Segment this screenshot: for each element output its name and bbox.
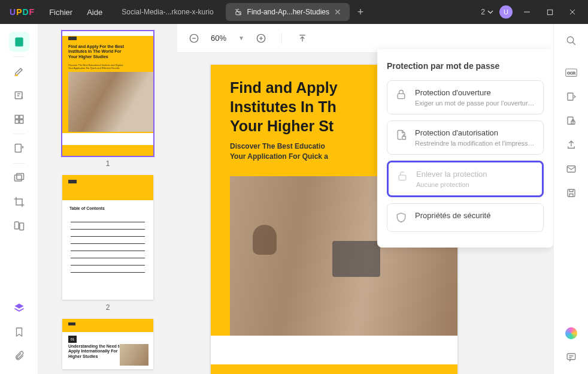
main-toolbar: 60% ▼ bbox=[177, 24, 553, 53]
zoom-value[interactable]: 60% bbox=[211, 34, 229, 43]
svg-rect-8 bbox=[19, 115, 23, 119]
page-subtitle: Discover The Best Educatio Your Applicat… bbox=[230, 141, 328, 162]
thumbnail-page-1[interactable]: Find and Apply For the Best Institutes I… bbox=[62, 31, 153, 156]
text-edit-icon[interactable] bbox=[9, 85, 29, 105]
window-minimize-icon[interactable] bbox=[519, 4, 535, 20]
popup-item-security-properties[interactable]: Propriétés de sécurité bbox=[387, 203, 544, 232]
reader-mode-icon[interactable] bbox=[9, 32, 29, 52]
svg-rect-15 bbox=[19, 223, 23, 230]
thumb-title: Find and Apply For the Best Institutes I… bbox=[68, 44, 128, 59]
email-icon[interactable] bbox=[561, 159, 581, 179]
thumb-num: 2 bbox=[56, 303, 159, 312]
password-protection-popup: Protection par mot de passe Protection d… bbox=[377, 49, 553, 248]
right-rail: OCR bbox=[553, 24, 588, 374]
bookmark-icon[interactable] bbox=[9, 322, 29, 342]
thumbnail-page-3[interactable]: 01 Understanding the Need to Apply Inter… bbox=[62, 319, 153, 369]
svg-rect-20 bbox=[399, 175, 406, 180]
popup-item-label: Protection d'ouverture bbox=[415, 88, 536, 97]
left-rail bbox=[0, 24, 38, 374]
svg-rect-24 bbox=[568, 93, 573, 100]
svg-rect-10 bbox=[19, 120, 23, 123]
tab-bar: Social-Media-...rkone-x-kurio Find-and-A… bbox=[113, 3, 481, 21]
compare-icon[interactable] bbox=[9, 216, 29, 236]
unlock-icon bbox=[396, 170, 409, 183]
popup-item-label: Propriétés de sécurité bbox=[415, 211, 536, 220]
share-icon[interactable] bbox=[561, 135, 581, 155]
zoom-in-icon[interactable] bbox=[254, 31, 268, 46]
svg-rect-18 bbox=[398, 94, 405, 98]
jump-to-top-icon[interactable] bbox=[295, 31, 310, 46]
crop-icon[interactable] bbox=[9, 192, 29, 212]
organize-icon[interactable] bbox=[9, 138, 29, 159]
window-maximize-icon[interactable] bbox=[541, 4, 558, 20]
lock-slash-icon bbox=[234, 8, 243, 16]
thumb-subtitle: Discover The Best Educational Institute … bbox=[68, 64, 128, 70]
tab-label: Social-Media-...rkone-x-kurio bbox=[122, 8, 213, 16]
popup-item-label: Enlever la protection bbox=[416, 170, 535, 179]
popup-item-remove-protection[interactable]: Enlever la protection Aucune protection bbox=[387, 161, 544, 197]
convert-icon[interactable] bbox=[561, 87, 581, 107]
svg-rect-29 bbox=[567, 354, 575, 360]
tab-active[interactable]: Find-and-Ap...her-Studies ✕ bbox=[226, 3, 350, 21]
comment-icon[interactable] bbox=[561, 347, 581, 367]
highlighter-icon[interactable] bbox=[9, 61, 29, 82]
menu-file[interactable]: Fichier bbox=[49, 8, 72, 17]
tab-close-icon[interactable]: ✕ bbox=[334, 7, 341, 17]
svg-rect-28 bbox=[568, 189, 575, 197]
thumb-num: 1 bbox=[56, 159, 159, 168]
save-icon[interactable] bbox=[561, 183, 581, 203]
redact-icon[interactable] bbox=[9, 168, 29, 188]
document-lock-icon bbox=[395, 128, 408, 141]
search-icon[interactable] bbox=[561, 31, 581, 51]
svg-rect-4 bbox=[16, 41, 21, 43]
svg-point-21 bbox=[567, 37, 574, 43]
shield-icon bbox=[395, 211, 408, 224]
tab-label: Find-and-Ap...her-Studies bbox=[247, 8, 329, 16]
attachment-icon[interactable] bbox=[9, 346, 29, 366]
new-tab-button[interactable]: + bbox=[353, 5, 368, 19]
svg-rect-7 bbox=[15, 115, 19, 119]
thumb-title: Understanding the Need to Apply Internat… bbox=[68, 344, 126, 359]
chevron-down-icon[interactable]: ▼ bbox=[238, 35, 244, 41]
svg-rect-14 bbox=[14, 222, 19, 229]
svg-rect-13 bbox=[16, 174, 23, 180]
svg-rect-11 bbox=[15, 144, 21, 152]
popup-item-open-protection[interactable]: Protection d'ouverture Exiger un mot de … bbox=[387, 80, 544, 114]
main-view: 60% ▼ Find and Apply Institutes In Th Yo… bbox=[177, 24, 553, 374]
popup-item-permission-protection[interactable]: Protection d'autorisation Restreindre la… bbox=[387, 120, 544, 155]
app-logo: UPDF bbox=[10, 7, 35, 17]
popup-item-desc: Aucune protection bbox=[416, 181, 535, 188]
menu-help[interactable]: Aide bbox=[87, 8, 102, 17]
tab-count[interactable]: 2 bbox=[481, 8, 493, 16]
svg-rect-3 bbox=[16, 40, 21, 41]
form-icon[interactable] bbox=[9, 109, 29, 129]
svg-rect-19 bbox=[402, 137, 406, 140]
ai-icon[interactable] bbox=[561, 323, 581, 343]
window-close-icon[interactable] bbox=[564, 4, 581, 20]
popup-item-label: Protection d'autorisation bbox=[415, 128, 536, 137]
svg-rect-9 bbox=[15, 120, 19, 123]
zoom-out-icon[interactable] bbox=[187, 31, 201, 46]
popup-item-desc: Exiger un mot de passe pour l'ouverture … bbox=[415, 99, 536, 107]
lock-icon bbox=[395, 88, 408, 101]
titlebar: UPDF Fichier Aide Social-Media-...rkone-… bbox=[0, 0, 588, 24]
svg-rect-1 bbox=[547, 10, 552, 14]
protect-icon[interactable] bbox=[561, 111, 581, 131]
tab-inactive[interactable]: Social-Media-...rkone-x-kurio bbox=[113, 3, 222, 21]
thumb-badge: 01 bbox=[68, 336, 77, 343]
thumbnail-panel: Find and Apply For the Best Institutes I… bbox=[38, 24, 177, 374]
svg-rect-12 bbox=[14, 175, 22, 181]
avatar[interactable]: U bbox=[499, 5, 513, 19]
thumb-toc-label: Table of Contents bbox=[69, 206, 105, 210]
ocr-icon[interactable]: OCR bbox=[561, 63, 581, 83]
thumbnail-page-2[interactable]: Table of Contents bbox=[62, 175, 153, 300]
popup-item-desc: Restreindre la modification et l'impress… bbox=[415, 140, 536, 147]
page-title: Find and Apply Institutes In Th Your Hig… bbox=[230, 78, 338, 135]
svg-text:OCR: OCR bbox=[567, 71, 575, 75]
popup-title: Protection par mot de passe bbox=[387, 61, 544, 71]
svg-rect-6 bbox=[15, 92, 22, 99]
svg-rect-5 bbox=[16, 44, 19, 45]
layers-icon[interactable] bbox=[9, 298, 29, 318]
